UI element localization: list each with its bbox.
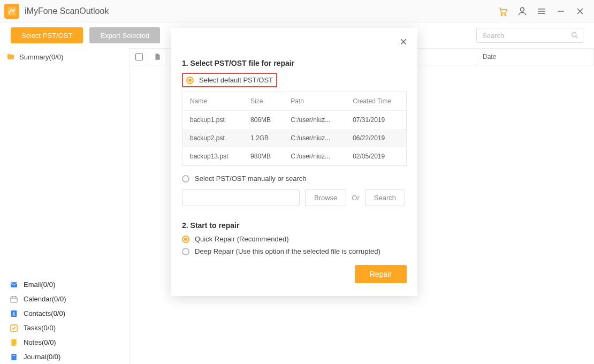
radio-select-default[interactable]: Select default PST/OST: [182, 73, 277, 87]
th-name: Name: [182, 92, 243, 111]
radio-deep-repair[interactable]: Deep Repair (Use this option if the sele…: [182, 247, 407, 255]
radio-icon: [182, 248, 189, 255]
table-row[interactable]: backup13.pst 980MB C:/user/niuz... 02/05…: [182, 147, 407, 166]
repair-button[interactable]: Repair: [355, 265, 407, 283]
dialog-close-button[interactable]: [397, 35, 410, 48]
radio-label: Deep Repair (Use this option if the sele…: [195, 247, 380, 255]
dialog-overlay: 1. Select PST/OST file for repair Select…: [0, 0, 594, 364]
select-file-dialog: 1. Select PST/OST file for repair Select…: [171, 28, 417, 296]
default-files-table: Name Size Path Created Time backup1.pst …: [182, 92, 407, 166]
th-path: Path: [283, 92, 345, 111]
manual-select-row: Browse Or Search: [182, 189, 407, 206]
manual-path-input[interactable]: [182, 189, 300, 206]
radio-select-manual[interactable]: Select PST/OST manually or search: [182, 175, 407, 183]
section2-title: 2. Start to repair: [182, 221, 407, 230]
radio-label: Select PST/OST manually or search: [195, 175, 307, 183]
radio-icon: [182, 175, 189, 183]
th-created: Created Time: [345, 92, 406, 111]
section1-title: 1. Select PST/OST file for repair: [182, 59, 407, 67]
browse-button[interactable]: Browse: [305, 189, 346, 206]
radio-label: Quick Repair (Recommended): [195, 235, 289, 243]
or-text: Or: [352, 194, 359, 202]
table-row[interactable]: backup1.pst 806MB C:/user/niuz... 07/31/…: [182, 111, 407, 130]
radio-icon: [182, 236, 189, 243]
search-file-button[interactable]: Search: [365, 189, 405, 206]
radio-icon: [186, 77, 194, 84]
table-row[interactable]: backup2.pst 1.2GB C:/user/niuz... 06/22/…: [182, 129, 407, 147]
th-size: Size: [243, 92, 283, 111]
radio-quick-repair[interactable]: Quick Repair (Recommended): [182, 235, 407, 243]
radio-label: Select default PST/OST: [199, 76, 273, 84]
